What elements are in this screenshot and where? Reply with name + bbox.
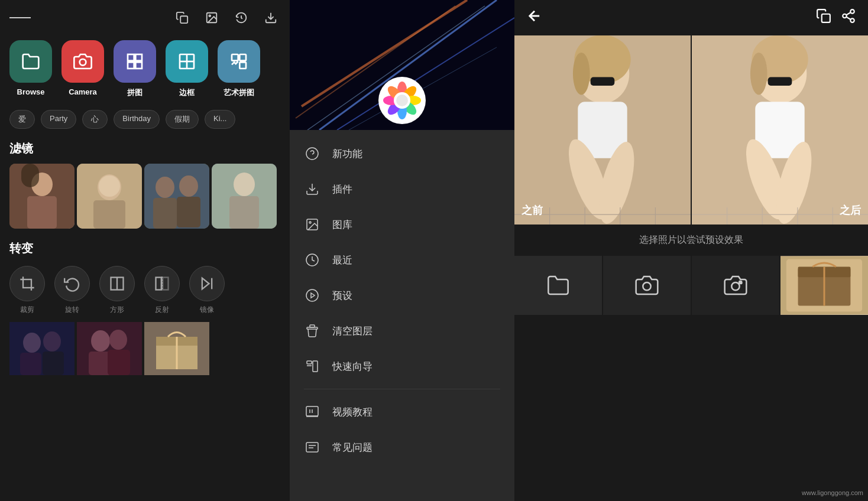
menu-clear-layers[interactable]: 清空图层	[290, 313, 514, 349]
svg-point-114	[750, 53, 767, 95]
svg-point-100	[573, 53, 590, 95]
recent-photo-button[interactable]	[780, 256, 868, 315]
svg-point-25	[179, 175, 198, 197]
svg-point-126	[731, 282, 739, 290]
crop-circle	[9, 266, 45, 301]
before-panel: 之前	[514, 35, 691, 225]
menu-video-tutorial[interactable]: 视频教程	[290, 394, 514, 430]
right-panel: 之前	[514, 0, 868, 501]
tag-birthday[interactable]: Birthday	[114, 110, 160, 129]
camera-action-button[interactable]	[603, 256, 691, 315]
hero-image	[290, 0, 514, 130]
svg-rect-5	[128, 54, 134, 61]
menu-gallery[interactable]: 图库	[290, 207, 514, 242]
menu-quick-guide[interactable]: 快速向导	[290, 349, 514, 384]
tag-party[interactable]: Party	[41, 110, 76, 129]
new-features-icon	[304, 145, 320, 162]
faq-icon	[304, 439, 320, 456]
plugins-label: 插件	[332, 183, 352, 196]
feature-puzzle[interactable]: 拼图	[114, 40, 156, 98]
download-icon[interactable]	[261, 8, 280, 27]
svg-point-24	[156, 177, 174, 198]
tag-love[interactable]: 爱	[9, 110, 35, 129]
svg-point-40	[23, 333, 41, 353]
svg-rect-35	[163, 278, 168, 290]
transform-mirror[interactable]: 镜像	[189, 266, 225, 315]
svg-rect-34	[156, 278, 161, 290]
filter-thumb-1[interactable]	[9, 164, 75, 229]
hamburger-menu-button[interactable]	[9, 7, 31, 28]
gallery-label: 图库	[332, 218, 352, 232]
filters-title: 滤镜	[0, 136, 290, 161]
video-tutorial-icon	[304, 404, 320, 420]
bottom-photo-row	[0, 320, 290, 378]
svg-point-94	[850, 18, 854, 22]
reflect-circle	[144, 266, 180, 301]
video-tutorial-label: 视频教程	[332, 405, 373, 419]
rotate-label: 旋转	[65, 305, 79, 315]
svg-point-77	[306, 289, 318, 301]
menu-list: 新功能 插件 图库 最近	[290, 130, 514, 471]
feature-camera[interactable]: Camera	[61, 40, 104, 98]
menu-presets[interactable]: 预设	[290, 278, 514, 313]
svg-rect-31	[23, 279, 31, 288]
feature-frame[interactable]: 边框	[166, 40, 208, 98]
menu-new-features[interactable]: 新功能	[290, 136, 514, 171]
svg-rect-118	[768, 77, 792, 86]
svg-point-22	[99, 175, 120, 197]
browse-circle	[9, 40, 52, 83]
svg-rect-91	[822, 14, 830, 22]
filter-thumb-3[interactable]	[144, 164, 209, 229]
svg-rect-13	[239, 54, 246, 61]
right-toolbar	[514, 0, 868, 35]
svg-rect-82	[313, 361, 318, 372]
menu-plugins[interactable]: 插件	[290, 171, 514, 207]
camera-label: Camera	[69, 87, 97, 96]
svg-point-75	[309, 222, 311, 223]
image-icon[interactable]	[202, 8, 221, 27]
filter-thumb-4[interactable]	[212, 164, 277, 229]
mirror-label: 镜像	[200, 305, 214, 315]
camera-settings-action-button[interactable]	[692, 256, 779, 315]
menu-recent[interactable]: 最近	[290, 242, 514, 278]
history-icon[interactable]	[232, 8, 251, 27]
mirror-circle	[189, 266, 225, 301]
feature-art[interactable]: 艺术拼图	[218, 40, 260, 98]
svg-rect-81	[307, 361, 312, 364]
browse-action-button[interactable]	[514, 256, 602, 315]
svg-point-46	[109, 330, 127, 350]
puzzle-circle	[114, 40, 156, 83]
transform-rotate[interactable]: 旋转	[54, 266, 90, 315]
copy-icon[interactable]	[173, 8, 192, 27]
clear-layers-label: 清空图层	[332, 324, 373, 338]
after-label: 之后	[840, 203, 861, 217]
tag-holiday[interactable]: 假期	[166, 110, 199, 129]
back-button[interactable]	[526, 8, 543, 28]
share-icon[interactable]	[841, 8, 856, 27]
transform-crop[interactable]: 裁剪	[9, 266, 45, 315]
transform-square[interactable]: 方形	[99, 266, 135, 315]
square-circle	[99, 266, 135, 301]
feature-browse[interactable]: Browse	[9, 40, 52, 98]
left-toolbar	[0, 0, 290, 35]
gallery-icon	[304, 216, 320, 233]
tag-ki[interactable]: Ki...	[205, 110, 235, 129]
bottom-thumb-1[interactable]	[9, 322, 75, 375]
middle-panel: 新功能 插件 图库 最近	[290, 0, 514, 501]
clear-layers-icon	[304, 323, 320, 339]
svg-rect-104	[591, 77, 615, 86]
menu-divider	[304, 389, 500, 389]
browse-label: Browse	[17, 87, 45, 96]
before-after-container: 之前	[514, 35, 868, 225]
bottom-thumb-3[interactable]	[144, 322, 209, 375]
tag-heart[interactable]: 心	[82, 110, 108, 129]
presets-label: 预设	[332, 289, 352, 302]
transform-reflect[interactable]: 反射	[144, 266, 180, 315]
bottom-thumb-2[interactable]	[77, 322, 142, 375]
menu-faq[interactable]: 常见问题	[290, 430, 514, 465]
faq-label: 常见问题	[332, 441, 373, 454]
svg-rect-21	[93, 200, 125, 229]
svg-line-96	[846, 12, 850, 15]
filter-thumb-2[interactable]	[77, 164, 142, 229]
right-copy-icon[interactable]	[816, 8, 831, 27]
